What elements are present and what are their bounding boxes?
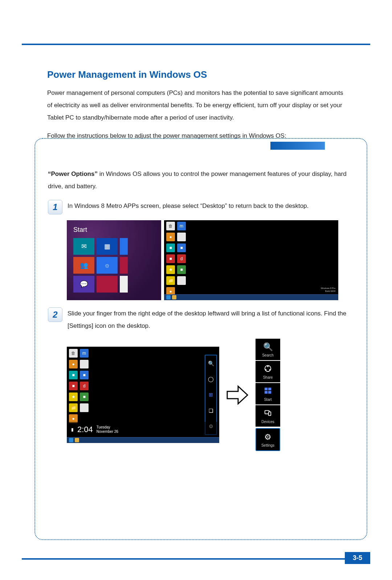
app-icon[interactable]: ■ xyxy=(69,371,78,379)
charm-label: Devices xyxy=(261,420,274,424)
app-icon[interactable] xyxy=(177,233,186,241)
app-icon[interactable] xyxy=(177,276,186,285)
tile-people[interactable]: 👥 xyxy=(73,257,94,274)
taskbar[interactable] xyxy=(67,437,219,443)
devices-icon xyxy=(257,409,279,418)
taskbar-ie-icon[interactable] xyxy=(69,438,73,442)
app-icon[interactable]: 📁 xyxy=(166,276,175,285)
svg-point-3 xyxy=(269,369,271,371)
desktop-screen: 🗑 m ● ■ ■ ■ d ★ ■ 📁 ● Windows 8 Pro Buil… xyxy=(164,220,338,300)
tile-app1[interactable] xyxy=(120,257,128,274)
people-icon: 👥 xyxy=(80,261,88,269)
taskbar[interactable] xyxy=(164,294,338,300)
app-icon[interactable]: ■ xyxy=(177,243,186,252)
mail-icon: ✉ xyxy=(81,242,87,250)
windows8-start-screen: Start ✉ ▦ 👥 ☼ 💬 xyxy=(67,220,161,300)
app-icon[interactable]: ● xyxy=(166,233,175,241)
svg-rect-4 xyxy=(265,388,268,390)
start-label: Start xyxy=(73,226,157,234)
share-icon[interactable]: ◯ xyxy=(208,376,214,382)
decorative-tab xyxy=(270,142,325,150)
charm-settings[interactable]: ⚙ Settings xyxy=(256,428,280,451)
desktop-icons: 🗑 m ● ■ ■ ■ d ★ ■ 📁 ● xyxy=(166,222,188,296)
charms-bar-enlarged: 🔍 Search Share Start Devices xyxy=(256,339,280,451)
taskbar-ie-icon[interactable] xyxy=(166,295,171,299)
tile-mail[interactable]: ✉ xyxy=(73,238,94,255)
step-2-text: Slide your finger from the right edge of… xyxy=(68,307,354,332)
step-1-figure: Start ✉ ▦ 👥 ☼ 💬 🗑 m ● ■ ■ ■ xyxy=(67,220,354,300)
charm-share[interactable]: Share xyxy=(256,361,280,382)
app-icon[interactable]: ■ xyxy=(69,382,78,390)
arrow-icon xyxy=(226,384,249,406)
step-1-row: 1 In Windows 8 Metro APPs screen, please… xyxy=(48,200,354,214)
app-icon[interactable]: ■ xyxy=(166,243,175,252)
intro-paragraph: Power management of personal computers (… xyxy=(47,87,345,124)
app-icon[interactable]: ■ xyxy=(177,265,186,274)
app-icon[interactable] xyxy=(80,360,89,368)
app-icon[interactable]: ★ xyxy=(69,392,78,401)
charm-search[interactable]: 🔍 Search xyxy=(256,339,280,360)
start-tiles: ✉ ▦ 👥 ☼ 💬 xyxy=(73,238,157,293)
app-icon[interactable]: m xyxy=(80,349,89,358)
app-icon[interactable]: d xyxy=(177,254,186,263)
calendar-icon: ▦ xyxy=(104,242,110,250)
network-icon: ▮ xyxy=(71,427,74,432)
step-badge-2: 2 xyxy=(48,307,62,322)
recycle-bin-icon[interactable]: 🗑 xyxy=(166,222,175,230)
step-1-text: In Windows 8 Metro APPs screen, please s… xyxy=(68,200,354,212)
tile-calendar[interactable]: ▦ xyxy=(97,238,118,255)
devices-icon[interactable]: ❏ xyxy=(209,408,213,414)
clock-date: Tuesday November 26 xyxy=(97,425,118,434)
tile-messaging[interactable]: 💬 xyxy=(73,276,94,293)
windows-watermark: Windows 8 Pro Build 9200 xyxy=(321,287,335,293)
search-icon: 🔍 xyxy=(257,342,279,352)
tile-ie[interactable] xyxy=(120,238,128,255)
tile-weather[interactable]: ☼ xyxy=(97,257,118,274)
gear-icon: ⚙ xyxy=(258,432,278,442)
clock-overlay: ▮ 2:04 Tuesday November 26 xyxy=(67,422,219,437)
charm-label: Share xyxy=(263,375,273,379)
start-icon[interactable]: ⊞ xyxy=(209,392,213,398)
charm-devices[interactable]: Devices xyxy=(256,405,280,427)
app-icon[interactable]: ★ xyxy=(166,265,175,274)
windows-logo-icon xyxy=(257,387,279,396)
share-icon xyxy=(257,364,279,374)
svg-rect-5 xyxy=(268,388,271,390)
power-options-bold: “Power Options” xyxy=(48,170,98,177)
clock-month-day: November 26 xyxy=(97,430,118,434)
tile-music[interactable] xyxy=(97,276,118,293)
app-icon[interactable]: d xyxy=(80,382,89,390)
app-icon[interactable]: ■ xyxy=(166,254,175,263)
chat-icon: 💬 xyxy=(80,280,88,288)
app-icon[interactable]: 📁 xyxy=(69,403,78,412)
instruction-box: “Power Options” in Windows OS allows you… xyxy=(34,138,367,540)
taskbar-explorer-icon[interactable] xyxy=(75,438,79,442)
charm-label: Search xyxy=(262,353,274,357)
tile-store[interactable] xyxy=(120,276,128,293)
page-number-badge: 3-5 xyxy=(345,552,370,564)
watermark-line2: Build 9200 xyxy=(321,290,335,293)
bottom-rule xyxy=(22,558,370,560)
step-2-figure: 🗑 m ● ■ ■ ■ d ★ ■ 📁 ● 🔍 ◯ ⊞ ❏ ⚙ xyxy=(67,339,354,451)
watermark-line1: Windows 8 Pro xyxy=(321,287,335,290)
page-title: Power Management in Windows OS xyxy=(47,69,345,80)
power-options-intro: “Power Options” in Windows OS allows you… xyxy=(48,168,354,193)
taskbar-explorer-icon[interactable] xyxy=(172,295,176,299)
desktop-with-charms: 🗑 m ● ■ ■ ■ d ★ ■ 📁 ● 🔍 ◯ ⊞ ❏ ⚙ xyxy=(67,347,219,443)
svg-rect-6 xyxy=(265,391,268,394)
recycle-bin-icon[interactable]: 🗑 xyxy=(69,349,78,358)
clock-day: Tuesday xyxy=(97,425,110,429)
clock-time: 2:04 xyxy=(77,425,93,434)
app-icon[interactable]: ■ xyxy=(80,392,89,401)
app-icon[interactable]: ■ xyxy=(80,371,89,379)
search-icon[interactable]: 🔍 xyxy=(208,361,214,366)
app-icon[interactable]: ● xyxy=(69,360,78,368)
app-icon[interactable]: m xyxy=(177,222,186,230)
app-icon[interactable] xyxy=(80,403,89,412)
charm-start[interactable]: Start xyxy=(256,383,280,404)
charm-label: Start xyxy=(264,398,271,402)
charm-label: Settings xyxy=(261,443,274,447)
svg-point-2 xyxy=(265,369,267,371)
step-2-row: 2 Slide your finger from the right edge … xyxy=(48,307,354,332)
desktop-icons: 🗑 m ● ■ ■ ■ d ★ ■ 📁 ● xyxy=(69,349,91,423)
